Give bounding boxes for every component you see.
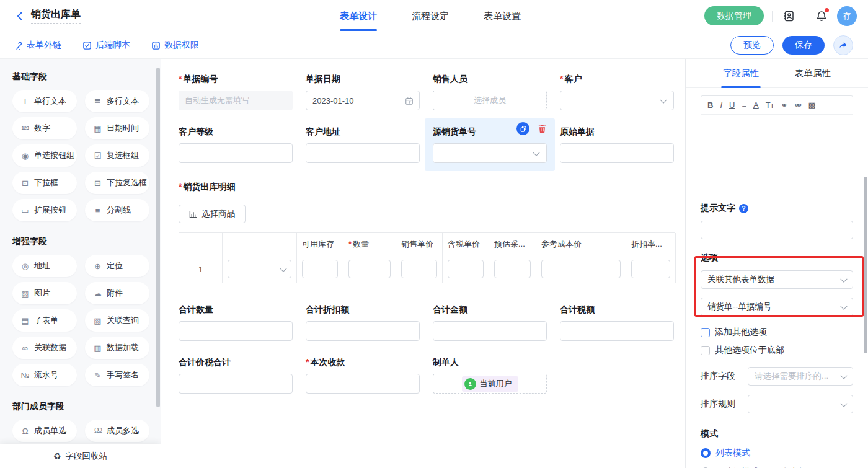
page-title[interactable]: 销货出库单 [31, 8, 81, 24]
share-button[interactable] [833, 35, 853, 55]
tab-flow-settings[interactable]: 流程设定 [412, 0, 449, 32]
field-input-text[interactable] [306, 321, 420, 341]
sidebar-item-扩展按钮[interactable]: ▭扩展按钮 [12, 199, 77, 221]
field-客户等级[interactable]: 客户等级 [179, 126, 293, 163]
data-manage-button[interactable]: 数据管理 [704, 6, 764, 25]
field-源销货单号[interactable]: 源销货单号 [425, 118, 555, 171]
data-permission-link[interactable]: 数据权限 [151, 40, 199, 51]
field-input-readonly[interactable]: 自动生成无需填写 [179, 91, 293, 110]
field-input-text[interactable] [179, 143, 293, 163]
sidebar-item-关联查询[interactable]: ▧关联查询 [85, 309, 149, 332]
form-external-link[interactable]: 表单外链 [14, 40, 61, 51]
sort-field-select[interactable]: 请选择需要排序的... [748, 367, 853, 386]
image-icon[interactable]: ▩ [808, 101, 815, 109]
panel-scrollbar[interactable] [864, 177, 867, 353]
field-销售人员[interactable]: 销售人员选择成员 [433, 74, 547, 110]
subform-cell-input[interactable] [401, 260, 437, 278]
sidebar-item-日期时间[interactable]: ▦日期时间 [85, 117, 149, 139]
tab-form-design[interactable]: 表单设计 [340, 0, 377, 32]
sidebar-item-多行文本[interactable]: ≣多行文本 [85, 90, 149, 112]
sidebar-item-附件[interactable]: ☁附件 [85, 282, 149, 304]
field-合计价税合计[interactable]: 合计价税合计 [179, 357, 293, 394]
delete-field-button[interactable] [536, 122, 549, 135]
subform-cell-input[interactable] [541, 260, 621, 278]
subform-cell-input[interactable] [494, 260, 531, 278]
field-select[interactable] [560, 91, 674, 110]
avatar[interactable]: 存 [837, 6, 857, 26]
field-input-date[interactable]: 2023-01-10 [306, 91, 420, 110]
field-合计数量[interactable]: 合计数量 [179, 304, 293, 341]
field-input-text[interactable] [306, 374, 420, 394]
subform-cell-input[interactable] [631, 260, 670, 278]
sidebar-item-图片[interactable]: ▨图片 [12, 282, 77, 304]
add-other-option-checkbox[interactable]: 添加其他选项 [701, 327, 853, 338]
sidebar-item-单行文本[interactable]: T单行文本 [12, 90, 77, 112]
sidebar-item-复选框组[interactable]: ☑复选框组 [85, 144, 149, 167]
mode-list-radio[interactable]: 列表模式 [701, 448, 853, 459]
description-textarea[interactable] [701, 115, 852, 187]
field-合计折扣额[interactable]: 合计折扣额 [306, 304, 420, 341]
subform-cell-input[interactable] [448, 260, 484, 278]
sidebar-item-子表单[interactable]: ▤子表单 [12, 309, 77, 332]
sidebar-item-分割线[interactable]: ≡分割线 [85, 199, 149, 221]
sidebar-item-数据加载[interactable]: ▥数据加载 [85, 337, 149, 359]
field-input-text[interactable] [179, 321, 293, 341]
back-button[interactable] [12, 9, 27, 24]
copy-field-button[interactable] [516, 122, 529, 135]
field-单据日期[interactable]: 单据日期2023-01-10 [306, 74, 420, 110]
sort-rule-select[interactable] [748, 395, 853, 413]
help-icon[interactable]: ? [739, 204, 748, 213]
field-合计税额[interactable]: 合计税额 [560, 304, 674, 341]
field-recycle-bin[interactable]: ♻ 字段回收站 [0, 444, 161, 468]
sidebar-item-关联数据[interactable]: ∞关联数据 [12, 337, 77, 359]
field-本次收款[interactable]: *本次收款 [306, 357, 420, 394]
field-input-user[interactable]: 当前用户 [433, 374, 547, 394]
subform-product-select[interactable] [228, 260, 291, 278]
sidebar-item-数字[interactable]: 123数字 [12, 117, 77, 139]
subform-cell-input[interactable] [348, 260, 391, 278]
backend-script-link[interactable]: 后端脚本 [82, 40, 130, 51]
sidebar-item-成员单选[interactable]: Ω成员单选 [12, 420, 77, 442]
sidebar-item-手写签名[interactable]: ✎手写签名 [85, 364, 149, 386]
sidebar-item-定位[interactable]: ⊕定位 [85, 255, 149, 277]
contacts-button[interactable] [781, 8, 797, 24]
field-select[interactable] [433, 143, 547, 163]
field-单据编号[interactable]: *单据编号自动生成无需填写 [179, 74, 293, 110]
other-option-bottom-checkbox[interactable]: 其他选项位于底部 [701, 345, 853, 356]
field-客户地址[interactable]: 客户地址 [306, 126, 420, 163]
field-input-text[interactable] [560, 143, 674, 163]
field-合计金额[interactable]: 合计金额 [433, 304, 547, 341]
field-input-text[interactable] [179, 374, 293, 394]
italic-icon[interactable]: I [720, 101, 722, 109]
field-input-text[interactable] [433, 321, 547, 341]
sidebar-scrollbar[interactable] [156, 68, 160, 407]
align-icon[interactable]: ≡ [742, 101, 746, 109]
field-input-text[interactable] [306, 143, 420, 163]
sidebar-item-流水号[interactable]: №流水号 [12, 364, 77, 386]
field-input-text[interactable] [560, 321, 674, 341]
choose-product-button[interactable]: 选择商品 [179, 205, 246, 223]
save-button[interactable]: 保存 [782, 36, 825, 55]
field-input-member[interactable]: 选择成员 [433, 91, 547, 110]
sidebar-item-地址[interactable]: ◎地址 [12, 255, 77, 277]
field-客户[interactable]: *客户 [560, 74, 674, 110]
sidebar-item-下拉复选框[interactable]: ⊟下拉复选框 [85, 172, 149, 194]
link-icon[interactable]: ⚭ [781, 101, 788, 109]
hint-text-input[interactable] [701, 221, 853, 239]
tab-form-settings[interactable]: 表单设置 [484, 0, 521, 32]
notifications-button[interactable] [813, 8, 830, 24]
font-size-icon[interactable]: Tᴛ [766, 101, 774, 109]
sidebar-item-下拉框[interactable]: ⊡下拉框 [12, 172, 77, 194]
underline-icon[interactable]: U [729, 101, 735, 109]
sidebar-item-单选按钮组[interactable]: ◉单选按钮组 [12, 144, 77, 167]
tab-form-properties[interactable]: 表单属性 [795, 59, 831, 88]
font-color-icon[interactable]: A [753, 101, 759, 109]
sidebar-item-成员多选[interactable]: ΩΩ成员多选 [85, 420, 149, 442]
tab-field-properties[interactable]: 字段属性 [723, 59, 759, 88]
subform-cell-input[interactable] [302, 260, 338, 278]
bold-icon[interactable]: B [707, 101, 713, 109]
option-field-select[interactable]: 销货单--单据编号 [701, 298, 853, 316]
option-source-select[interactable]: 关联其他表单数据 [701, 270, 853, 289]
unlink-icon[interactable]: ⚮ [794, 101, 801, 109]
field-制单人[interactable]: 制单人当前用户 [433, 357, 547, 394]
